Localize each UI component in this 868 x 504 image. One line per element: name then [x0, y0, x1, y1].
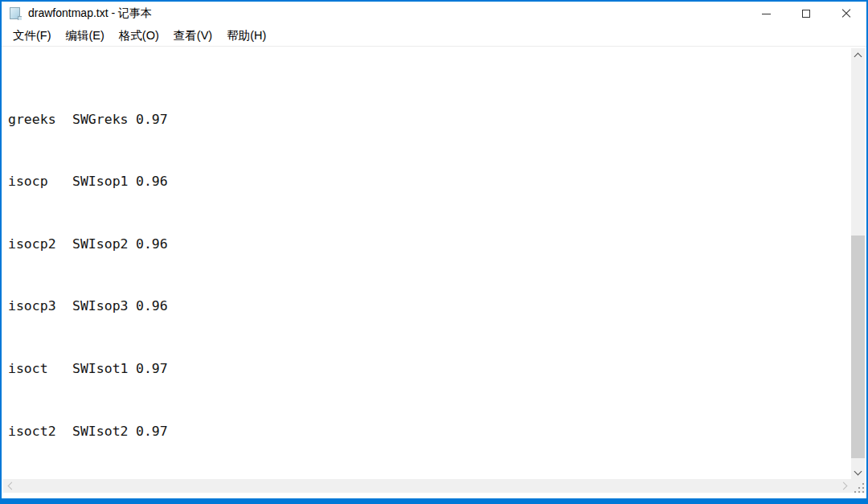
text-line: isocp3SWIsop30.96 — [8, 298, 851, 313]
menu-format[interactable]: 格式(O) — [112, 26, 166, 46]
screen: drawfontmap.txt - 记事本 文件(F) 编辑(E) 格式(O) … — [0, 0, 868, 504]
resize-grip-icon — [854, 482, 865, 493]
scroll-down-button[interactable] — [851, 465, 865, 479]
text-line: isocp2SWIsop20.96 — [8, 236, 851, 252]
text-line: isocpSWIsop10.96 — [8, 174, 851, 189]
titlebar[interactable]: drawfontmap.txt - 记事本 — [2, 2, 866, 26]
scroll-up-button[interactable] — [851, 48, 865, 62]
menu-file[interactable]: 文件(F) — [6, 26, 59, 46]
chevron-right-icon — [839, 482, 847, 490]
vertical-scrollbar-thumb[interactable] — [851, 236, 865, 458]
minimize-icon — [762, 14, 771, 14]
menu-help[interactable]: 帮助(H) — [219, 26, 273, 46]
window-title: drawfontmap.txt - 记事本 — [28, 6, 152, 21]
text-line: isoctSWIsot10.97 — [8, 361, 851, 376]
maximize-button[interactable] — [786, 2, 826, 26]
horizontal-scrollbar[interactable] — [3, 479, 851, 493]
window-controls — [746, 2, 866, 26]
menu-bar: 文件(F) 编辑(E) 格式(O) 查看(V) 帮助(H) — [2, 26, 866, 47]
menu-edit[interactable]: 编辑(E) — [59, 26, 112, 46]
close-button[interactable] — [826, 2, 866, 26]
text-line: greeksSWGreks0.97 — [8, 112, 851, 127]
chevron-down-icon — [854, 467, 862, 475]
client-area: greeksSWGreks0.97 isocpSWIsop10.96 isocp… — [3, 48, 865, 493]
chevron-left-icon — [7, 482, 15, 490]
scroll-right-button[interactable] — [837, 479, 851, 493]
resize-corner[interactable] — [851, 479, 865, 493]
vertical-scrollbar[interactable] — [851, 48, 865, 479]
text-content: greeksSWGreks0.97 isocpSWIsop10.96 isocp… — [3, 48, 851, 479]
notepad-window: drawfontmap.txt - 记事本 文件(F) 编辑(E) 格式(O) … — [0, 0, 868, 504]
scroll-left-button[interactable] — [3, 479, 17, 493]
notepad-app-icon — [9, 7, 22, 20]
menu-view[interactable]: 查看(V) — [166, 26, 219, 46]
minimize-button[interactable] — [746, 2, 786, 26]
close-icon — [841, 9, 851, 18]
text-editor[interactable]: greeksSWGreks0.97 isocpSWIsop10.96 isocp… — [3, 48, 851, 479]
text-line: isoct2SWIsot20.97 — [8, 424, 851, 439]
chevron-up-icon — [854, 52, 862, 60]
maximize-icon — [802, 10, 810, 18]
